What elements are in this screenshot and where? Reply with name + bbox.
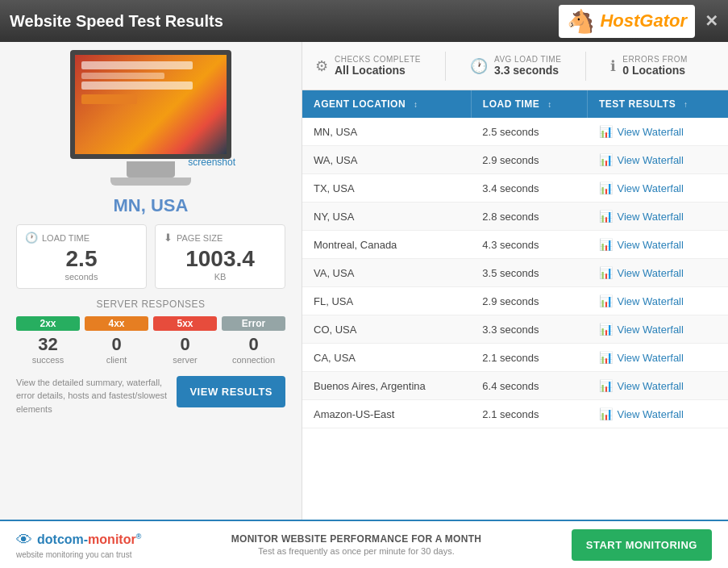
brand-tagline: website monitoring you can trust bbox=[16, 550, 131, 559]
cell-location: CA, USA bbox=[302, 344, 471, 372]
waterfall-link[interactable]: View Waterfall bbox=[618, 267, 684, 279]
waterfall-link[interactable]: View Waterfall bbox=[618, 380, 684, 392]
col-testresults-label: TEST RESULTS bbox=[599, 98, 676, 110]
waterfall-link[interactable]: View Waterfall bbox=[618, 408, 684, 420]
start-monitoring-button[interactable]: START MONITORING bbox=[572, 529, 712, 561]
waterfall-link[interactable]: View Waterfall bbox=[618, 211, 684, 223]
chart-icon: 📊 bbox=[599, 379, 613, 392]
resp-label-5xx: server bbox=[153, 355, 217, 365]
table-row: FL, USA2.9 seconds📊View Waterfall bbox=[302, 287, 728, 315]
summary-avg-load: 🕐 AVG LOAD TIME 3.3 seconds bbox=[470, 55, 561, 77]
checks-complete-label: CHECKS COMPLETE bbox=[335, 55, 421, 64]
cell-location: TX, USA bbox=[302, 174, 471, 203]
chart-icon: 📊 bbox=[599, 266, 613, 279]
waterfall-link[interactable]: View Waterfall bbox=[618, 182, 684, 194]
avg-load-value: 3.3 seconds bbox=[494, 64, 561, 77]
view-results-button[interactable]: VIEW RESULTS bbox=[177, 376, 285, 407]
chart-icon: 📊 bbox=[599, 153, 613, 166]
title-bar-right: 🐴 HostGator ✕ bbox=[559, 5, 718, 38]
window-title: Website Speed Test Results bbox=[10, 12, 223, 31]
resp-count-error: 0 bbox=[222, 334, 285, 355]
hostgator-logo: 🐴 HostGator bbox=[559, 5, 695, 38]
monitor-image: screenshot bbox=[58, 50, 243, 187]
monitor-screen bbox=[70, 50, 231, 159]
monitor-sub: Test as frequently as once per minute fo… bbox=[231, 546, 482, 556]
footer-center: MONITOR WEBSITE PERFORMANCE FOR A MONTH … bbox=[231, 533, 482, 556]
col-location[interactable]: AGENT LOCATION ↕ bbox=[302, 90, 471, 118]
chart-icon: 📊 bbox=[599, 323, 613, 336]
stats-row: 🕐 LOAD TIME 2.5 seconds ⬇ PAGE SIZE 1003… bbox=[16, 224, 285, 289]
cell-location: Buenos Aires, Argentina bbox=[302, 372, 471, 400]
gear-icon: ⚙ bbox=[315, 57, 328, 75]
waterfall-link[interactable]: View Waterfall bbox=[618, 239, 684, 251]
resp-label-2xx: success bbox=[16, 355, 80, 365]
resp-2xx: 2xx 32 success bbox=[16, 316, 80, 365]
sort-location-icon: ↕ bbox=[414, 100, 418, 109]
waterfall-link[interactable]: View Waterfall bbox=[618, 295, 684, 307]
page-size-unit: KB bbox=[164, 272, 277, 282]
waterfall-link[interactable]: View Waterfall bbox=[618, 154, 684, 166]
resp-badge-2xx: 2xx bbox=[16, 316, 80, 331]
divider-1 bbox=[445, 52, 446, 81]
cell-loadtime: 3.4 seconds bbox=[471, 174, 587, 203]
chart-icon: 📊 bbox=[599, 351, 613, 364]
summary-errors: ℹ ERRORS FROM 0 Locations bbox=[610, 55, 688, 77]
view-results-text: View the detailed summary, waterfall, er… bbox=[16, 376, 167, 416]
footer: 👁 dotcom-monitor® website monitoring you… bbox=[0, 520, 728, 568]
load-time-unit: seconds bbox=[25, 272, 138, 282]
errors-label: ERRORS FROM bbox=[622, 55, 688, 64]
cell-waterfall: 📊View Waterfall bbox=[588, 344, 728, 372]
cell-waterfall: 📊View Waterfall bbox=[588, 146, 728, 174]
resp-badge-error: Error bbox=[222, 316, 285, 331]
table-row: NY, USA2.8 seconds📊View Waterfall bbox=[302, 203, 728, 231]
table-row: Buenos Aires, Argentina6.4 seconds📊View … bbox=[302, 372, 728, 400]
cell-loadtime: 2.8 seconds bbox=[471, 203, 587, 231]
table-row: MN, USA2.5 seconds📊View Waterfall bbox=[302, 118, 728, 146]
resp-count-2xx: 32 bbox=[16, 334, 80, 355]
resp-count-5xx: 0 bbox=[153, 334, 217, 355]
cell-waterfall: 📊View Waterfall bbox=[588, 231, 728, 259]
table-row: WA, USA2.9 seconds📊View Waterfall bbox=[302, 146, 728, 174]
resp-5xx: 5xx 0 server bbox=[153, 316, 217, 365]
cell-loadtime: 6.4 seconds bbox=[471, 372, 587, 400]
cell-loadtime: 2.9 seconds bbox=[471, 146, 587, 174]
table-row: CO, USA3.3 seconds📊View Waterfall bbox=[302, 315, 728, 344]
selected-location: MN, USA bbox=[114, 195, 189, 216]
cell-location: MN, USA bbox=[302, 118, 471, 146]
checks-complete-value: All Locations bbox=[335, 64, 421, 77]
resp-4xx: 4xx 0 client bbox=[85, 316, 148, 365]
col-testresults[interactable]: TEST RESULTS ↑ bbox=[588, 90, 728, 118]
col-location-label: AGENT LOCATION bbox=[314, 98, 406, 110]
cell-location: NY, USA bbox=[302, 203, 471, 231]
summary-checks-complete: ⚙ CHECKS COMPLETE All Locations bbox=[315, 55, 421, 77]
cell-waterfall: 📊View Waterfall bbox=[588, 174, 728, 203]
table-row: TX, USA3.4 seconds📊View Waterfall bbox=[302, 174, 728, 203]
seahorse-icon: 🐴 bbox=[567, 8, 595, 35]
chart-icon: 📊 bbox=[599, 238, 613, 251]
dotcom-logo: 👁 dotcom-monitor® website monitoring you… bbox=[16, 531, 141, 559]
cell-location: CO, USA bbox=[302, 315, 471, 344]
screenshot-link[interactable]: screenshot bbox=[188, 157, 235, 168]
errors-value: 0 Locations bbox=[622, 64, 688, 77]
server-responses-title: SERVER RESPONSES bbox=[96, 299, 205, 310]
chart-icon: 📊 bbox=[599, 407, 613, 420]
cell-waterfall: 📊View Waterfall bbox=[588, 315, 728, 344]
cell-waterfall: 📊View Waterfall bbox=[588, 287, 728, 315]
cell-loadtime: 4.3 seconds bbox=[471, 231, 587, 259]
results-table: AGENT LOCATION ↕ LOAD TIME ↕ TEST RESULT… bbox=[302, 90, 728, 520]
col-loadtime[interactable]: LOAD TIME ↕ bbox=[471, 90, 587, 118]
page-size-label: PAGE SIZE bbox=[177, 233, 223, 243]
sort-testresults-icon: ↑ bbox=[684, 100, 688, 109]
resp-badge-5xx: 5xx bbox=[153, 316, 217, 331]
waterfall-link[interactable]: View Waterfall bbox=[618, 324, 684, 336]
cell-location: FL, USA bbox=[302, 287, 471, 315]
close-button[interactable]: ✕ bbox=[705, 13, 718, 29]
chart-icon: 📊 bbox=[599, 210, 613, 223]
load-time-label: LOAD TIME bbox=[42, 233, 89, 243]
waterfall-link[interactable]: View Waterfall bbox=[618, 126, 684, 138]
cell-waterfall: 📊View Waterfall bbox=[588, 372, 728, 400]
waterfall-link[interactable]: View Waterfall bbox=[618, 352, 684, 364]
right-panel: ⚙ CHECKS COMPLETE All Locations 🕐 AVG LO… bbox=[302, 42, 728, 520]
resp-count-4xx: 0 bbox=[85, 334, 148, 355]
load-time-header: 🕐 LOAD TIME bbox=[25, 232, 138, 244]
